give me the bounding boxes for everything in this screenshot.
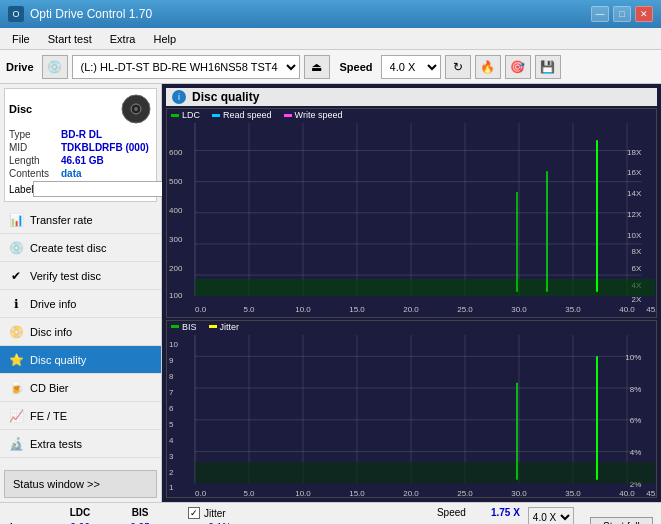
disc-svg-icon <box>120 93 152 125</box>
svg-text:6X: 6X <box>632 264 642 273</box>
app-title: Opti Drive Control 1.70 <box>30 7 152 21</box>
svg-text:200: 200 <box>169 264 183 273</box>
disc-header: Disc <box>9 93 152 125</box>
svg-text:30.0: 30.0 <box>511 488 527 497</box>
svg-text:4%: 4% <box>630 448 642 457</box>
disc-type-label: Type <box>9 129 61 140</box>
svg-text:100: 100 <box>169 291 183 300</box>
eject-button[interactable]: ⏏ <box>304 55 330 79</box>
disc-label-row: Label 🔍 <box>9 181 152 197</box>
read-speed-legend-item: Read speed <box>212 110 272 120</box>
svg-text:25.0: 25.0 <box>457 305 473 314</box>
create-test-disc-icon: 💿 <box>8 240 24 256</box>
titlebar-controls: — □ ✕ <box>591 6 653 22</box>
read-speed-legend-color <box>212 114 220 117</box>
bis-legend: BIS Jitter <box>167 321 656 333</box>
close-button[interactable]: ✕ <box>635 6 653 22</box>
fe-te-icon: 📈 <box>8 408 24 424</box>
refresh-button[interactable]: ↻ <box>445 55 471 79</box>
jitter-header: Jitter <box>204 508 226 519</box>
sidebar-item-cd-bier[interactable]: 🍺 CD Bier <box>0 374 161 402</box>
menu-start-test[interactable]: Start test <box>40 31 100 47</box>
svg-text:15.0: 15.0 <box>349 305 365 314</box>
menu-extra[interactable]: Extra <box>102 31 144 47</box>
read-speed-legend-label: Read speed <box>223 110 272 120</box>
jitter-section: ✓ Jitter <box>188 507 226 519</box>
sidebar-item-disc-info[interactable]: 📀 Disc info <box>0 318 161 346</box>
disc-length-value: 46.61 GB <box>61 155 104 166</box>
speed-label-text: Speed <box>437 507 487 524</box>
jitter-checkbox[interactable]: ✓ <box>188 507 200 519</box>
svg-text:3: 3 <box>169 451 174 460</box>
disc-label-input[interactable] <box>33 181 166 197</box>
disc-mid-row: MID TDKBLDRFB (000) <box>9 142 152 153</box>
svg-text:20.0: 20.0 <box>403 305 419 314</box>
drive-label: Drive <box>6 61 34 73</box>
save-button[interactable]: 💾 <box>535 55 561 79</box>
right-panel: i Disc quality LDC Read speed Write spee… <box>162 84 661 502</box>
svg-text:10%: 10% <box>625 352 641 361</box>
menu-file[interactable]: File <box>4 31 38 47</box>
titlebar: O Opti Drive Control 1.70 — □ ✕ <box>0 0 661 28</box>
chart-header: i Disc quality <box>166 88 657 106</box>
drive-icon-btn[interactable]: 💿 <box>42 55 68 79</box>
svg-text:8%: 8% <box>630 384 642 393</box>
disc-type-row: Type BD-R DL <box>9 129 152 140</box>
nav-create-label: Create test disc <box>30 242 106 254</box>
sidebar-item-disc-quality[interactable]: ⭐ Disc quality <box>0 346 161 374</box>
nav-menu: 📊 Transfer rate 💿 Create test disc ✔ Ver… <box>0 206 161 466</box>
write-speed-legend-color <box>284 114 292 117</box>
sidebar-item-extra-tests[interactable]: 🔬 Extra tests <box>0 430 161 458</box>
sidebar-item-drive-info[interactable]: ℹ Drive info <box>0 290 161 318</box>
svg-text:5: 5 <box>169 419 174 428</box>
drive-select[interactable]: (L:) HL-DT-ST BD-RE WH16NS58 TST4 <box>72 55 300 79</box>
svg-text:5.0: 5.0 <box>243 305 255 314</box>
ldc-legend-item: LDC <box>171 110 200 120</box>
svg-text:2: 2 <box>169 467 174 476</box>
disc-type-value: BD-R DL <box>61 129 102 140</box>
write-speed-legend-label: Write speed <box>295 110 343 120</box>
disc-section: Disc Type BD-R DL MID TDKBLDRFB (000) Le… <box>4 88 157 202</box>
bis-chart-svg: 10 9 8 7 6 5 4 3 2 1 10% 8% 6% 4% 2% 0.0… <box>167 321 656 497</box>
speed-row: Speed 1.75 X 4.0 X <box>437 507 574 524</box>
stats-header-row: LDC BIS ✓ Jitter <box>8 507 421 519</box>
write-speed-legend-item: Write speed <box>284 110 343 120</box>
svg-text:6%: 6% <box>630 416 642 425</box>
svg-text:45.0: 45.0 <box>646 488 656 497</box>
speed-select[interactable]: 4.0 X <box>381 55 441 79</box>
svg-text:9: 9 <box>169 356 174 365</box>
sidebar-item-transfer-rate[interactable]: 📊 Transfer rate <box>0 206 161 234</box>
disc-contents-row: Contents data <box>9 168 152 179</box>
menubar: File Start test Extra Help <box>0 28 661 50</box>
sidebar-item-fe-te[interactable]: 📈 FE / TE <box>0 402 161 430</box>
verify-icon: ✔ <box>8 268 24 284</box>
stats-panel: LDC BIS ✓ Jitter Avg 2.66 0.05 -0.1% Max… <box>0 502 661 524</box>
stats-table: LDC BIS ✓ Jitter Avg 2.66 0.05 -0.1% Max… <box>0 503 429 524</box>
svg-text:0.0: 0.0 <box>195 488 207 497</box>
maximize-button[interactable]: □ <box>613 6 631 22</box>
burn-button[interactable]: 🔥 <box>475 55 501 79</box>
start-full-button[interactable]: Start full <box>590 517 653 525</box>
sidebar-item-verify-test-disc[interactable]: ✔ Verify test disc <box>0 262 161 290</box>
bis-chart-container: BIS Jitter <box>166 320 657 498</box>
svg-text:8: 8 <box>169 372 174 381</box>
nav-transfer-rate-label: Transfer rate <box>30 214 93 226</box>
svg-text:600: 600 <box>169 148 183 157</box>
menu-help[interactable]: Help <box>145 31 184 47</box>
speed-dropdown[interactable]: 4.0 X <box>528 507 574 524</box>
drive-info-icon: ℹ <box>8 296 24 312</box>
test-button[interactable]: 🎯 <box>505 55 531 79</box>
toolbar: Drive 💿 (L:) HL-DT-ST BD-RE WH16NS58 TST… <box>0 50 661 84</box>
stats-space <box>170 507 188 519</box>
disc-contents-label: Contents <box>9 168 61 179</box>
svg-text:40.0: 40.0 <box>619 488 635 497</box>
speed-label: Speed <box>340 61 373 73</box>
svg-text:10.0: 10.0 <box>295 488 311 497</box>
left-panel: Disc Type BD-R DL MID TDKBLDRFB (000) Le… <box>0 84 162 502</box>
app-icon: O <box>8 6 24 22</box>
sidebar-item-create-test-disc[interactable]: 💿 Create test disc <box>0 234 161 262</box>
status-window-button[interactable]: Status window >> <box>4 470 157 498</box>
svg-text:14X: 14X <box>627 189 642 198</box>
svg-rect-89 <box>195 462 655 483</box>
minimize-button[interactable]: — <box>591 6 609 22</box>
